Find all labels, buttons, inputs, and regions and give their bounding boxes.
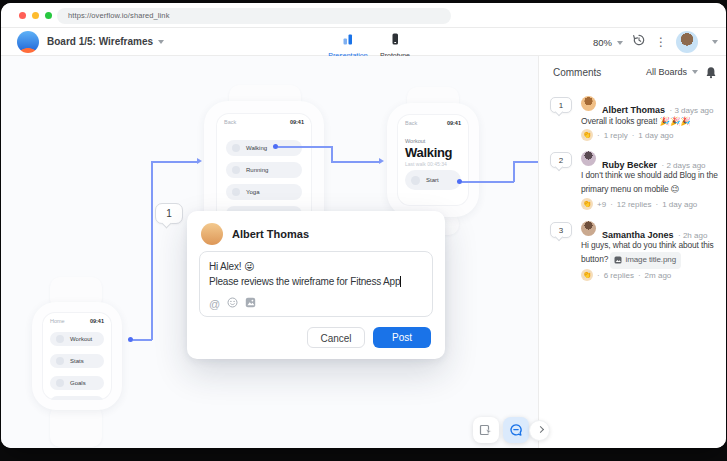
list-item-partial <box>50 396 104 400</box>
activity-icon <box>232 166 240 174</box>
image-icon <box>245 297 256 308</box>
panel-title: Comments <box>553 67 601 78</box>
last-reply-time: 2m ago <box>645 271 672 280</box>
mention-button[interactable]: @ <box>209 298 220 310</box>
last-walk-label: Last walk 00:45:34 <box>405 161 447 167</box>
avatar <box>581 96 596 111</box>
comment-text: Overall it looks great! 🎉🎉🎉 <box>581 114 726 128</box>
comments-panel: Comments All Boards 1 Albert Thomas · 3 … <box>538 56 726 448</box>
last-reply-time: 1 day ago <box>638 131 673 140</box>
more-options-button[interactable]: ⋮ <box>655 37 667 47</box>
clock-label: 09:41 <box>90 318 104 324</box>
connector-line <box>513 161 515 182</box>
comment-textarea[interactable]: Hi Alex! 😜 Please reviews the wireframe … <box>199 251 433 317</box>
boards-navigator-button[interactable] <box>473 417 499 443</box>
clock-label: 09:41 <box>290 119 304 125</box>
start-icon <box>411 176 420 185</box>
boards-filter-dropdown[interactable]: All Boards <box>646 67 698 77</box>
connector-line <box>513 161 538 163</box>
cancel-button[interactable]: Cancel <box>307 327 365 348</box>
attach-image-button[interactable] <box>245 297 256 310</box>
reaction-badge[interactable]: 👏 <box>581 198 593 210</box>
connector-arrow <box>379 158 384 164</box>
emoji-icon <box>227 297 238 308</box>
back-label[interactable]: Back <box>224 119 236 125</box>
list-item-yoga[interactable]: Yoga <box>226 184 302 200</box>
replies-link[interactable]: 12 replies <box>617 200 652 209</box>
reaction-badge[interactable]: 👏 <box>581 129 593 141</box>
board-selector[interactable]: Board 1/5: Wireframes <box>47 36 164 47</box>
comment-dialog: Albert Thomas Hi Alex! 😜 Please reviews … <box>187 211 445 359</box>
history-icon <box>632 33 646 47</box>
menu-icon <box>56 379 64 387</box>
workout-category-label: Workout <box>405 138 425 144</box>
start-button[interactable]: Start <box>405 170 461 190</box>
chevron-down-icon[interactable] <box>712 40 718 44</box>
notifications-button[interactable] <box>705 65 717 83</box>
url-bar[interactable]: https://overflow.io/shared_link <box>57 8 451 24</box>
traffic-light-maximize[interactable] <box>45 12 52 19</box>
connector-arrow <box>197 158 202 164</box>
prototype-icon <box>371 31 419 43</box>
artboard-home: Home09:41 Workout Stats Goals <box>31 277 123 448</box>
connector-line <box>331 161 379 163</box>
text-caret <box>400 276 401 287</box>
bell-icon <box>705 66 717 79</box>
connector-line <box>331 146 333 162</box>
comment-text: I don't think we should add Blog in the … <box>581 168 726 196</box>
watch-screen: Back09:41 Workout Walking Last walk 00:4… <box>397 114 469 206</box>
image-icon <box>614 256 622 264</box>
workout-title: Walking <box>405 145 452 160</box>
traffic-light-close[interactable] <box>19 12 26 19</box>
browser-bar: https://overflow.io/shared_link <box>1 3 726 28</box>
comment-meta: 👏 +9 · 12 replies · 1 day ago <box>581 198 697 210</box>
list-item-walking[interactable]: Walking <box>226 140 302 156</box>
artboard-cursor-icon <box>479 423 493 437</box>
replies-link[interactable]: 1 reply <box>604 131 628 140</box>
history-button[interactable] <box>632 33 646 51</box>
more-reactions-count[interactable]: +9 <box>597 200 606 209</box>
list-item-goals[interactable]: Goals <box>50 376 104 390</box>
comments-mode-button[interactable] <box>503 417 529 443</box>
watch-screen: Home09:41 Workout Stats Goals <box>42 312 112 400</box>
chevron-right-icon <box>537 426 544 433</box>
list-item-running[interactable]: Running <box>226 162 302 178</box>
replies-link[interactable]: 6 replies <box>604 271 634 280</box>
clock-label: 09:41 <box>447 120 461 126</box>
zoom-level-control[interactable]: 80% <box>593 37 623 48</box>
avatar <box>581 221 596 236</box>
traffic-light-minimize[interactable] <box>32 12 39 19</box>
menu-icon <box>56 357 64 365</box>
activity-icon <box>232 188 240 196</box>
app-window: https://overflow.io/shared_link Board 1/… <box>1 3 726 448</box>
comment-text: Hi guys, what do you think about this bu… <box>581 238 726 269</box>
connector-line <box>133 339 152 341</box>
comment-text-line: Hi Alex! 😜 <box>209 259 423 274</box>
url-text: https://overflow.io/shared_link <box>68 11 170 20</box>
comment-number-badge[interactable]: 2 <box>550 152 572 168</box>
connector-line <box>278 146 332 148</box>
comment-meta: 👏 · 1 reply · 1 day ago <box>581 129 674 141</box>
collapse-panel-button[interactable] <box>529 420 550 441</box>
avatar <box>581 151 596 166</box>
comment-meta: 👏 · 6 replies · 2m ago <box>581 269 671 281</box>
toolbar: Board 1/5: Wireframes Presentation Proto… <box>1 28 726 56</box>
canvas-comment-marker[interactable]: 1 <box>155 203 183 224</box>
comment-number-badge[interactable]: 3 <box>550 222 572 238</box>
comment-number-badge[interactable]: 1 <box>550 97 572 113</box>
list-item-stats[interactable]: Stats <box>50 354 104 368</box>
chevron-down-icon <box>158 40 164 44</box>
list-item-workout[interactable]: Workout <box>50 332 104 346</box>
post-button[interactable]: Post <box>373 327 431 348</box>
attachment-chip[interactable]: image title.png <box>610 252 681 269</box>
home-label: Home <box>50 318 65 324</box>
comment-text-line: Please reviews the wireframe for Fitness… <box>209 276 400 287</box>
user-avatar[interactable] <box>676 31 698 53</box>
connector-line <box>462 181 514 183</box>
avatar <box>201 223 223 245</box>
emoji-button[interactable] <box>227 297 238 310</box>
connector-line <box>151 161 153 340</box>
chevron-down-icon <box>692 70 698 74</box>
reaction-badge[interactable]: 👏 <box>581 269 593 281</box>
back-label[interactable]: Back <box>405 120 417 126</box>
